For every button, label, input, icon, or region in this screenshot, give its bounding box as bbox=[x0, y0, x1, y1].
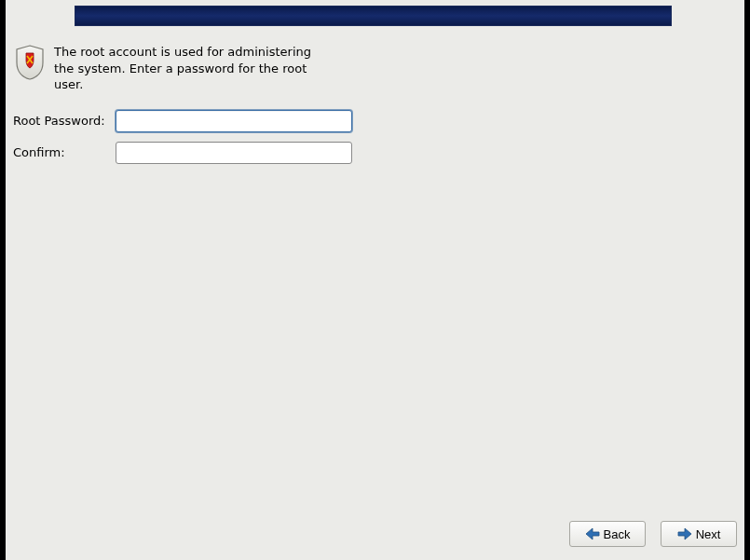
header-banner bbox=[75, 6, 672, 26]
installer-panel: The root account is used for administeri… bbox=[6, 0, 744, 560]
arrow-right-icon bbox=[677, 527, 692, 540]
confirm-input[interactable] bbox=[116, 142, 352, 164]
root-password-label: Root Password: bbox=[13, 114, 116, 128]
instruction-text: The root account is used for administeri… bbox=[54, 42, 324, 93]
root-password-row: Root Password: bbox=[13, 110, 367, 132]
confirm-label: Confirm: bbox=[13, 145, 116, 159]
back-button-label: Back bbox=[604, 527, 631, 541]
back-button[interactable]: Back bbox=[569, 521, 646, 547]
instruction-row: The root account is used for administeri… bbox=[13, 42, 367, 93]
next-button[interactable]: Next bbox=[661, 521, 737, 547]
footer-buttons: Back Next bbox=[569, 521, 737, 547]
next-button-label: Next bbox=[696, 527, 721, 541]
root-password-input[interactable] bbox=[116, 110, 352, 132]
arrow-left-icon bbox=[585, 527, 600, 540]
content-area: The root account is used for administeri… bbox=[13, 42, 367, 173]
shield-icon bbox=[13, 44, 47, 81]
confirm-row: Confirm: bbox=[13, 142, 367, 164]
